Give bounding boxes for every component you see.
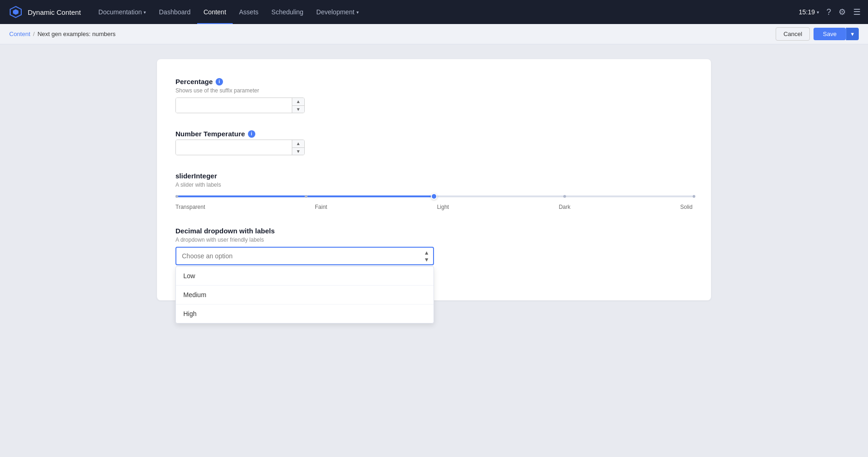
slider-track: [175, 195, 693, 197]
nav-icon-group: ? ⚙ ☰: [826, 7, 861, 17]
settings-icon[interactable]: ⚙: [838, 7, 846, 17]
dropdown-label: Decimal dropdown with labels: [175, 227, 693, 235]
svg-marker-1: [13, 9, 18, 15]
dropdown-option-high[interactable]: High: [176, 305, 434, 323]
breadcrumb: Content / Next gen examples: numbers: [9, 30, 115, 37]
percentage-hint: Shows use of the suffix parameter: [175, 87, 693, 94]
slider-labels: Transparent Faint Light Dark Solid: [175, 204, 693, 210]
percentage-spinner: 88% ▲ ▼: [175, 97, 305, 113]
help-icon[interactable]: ?: [826, 7, 831, 17]
slider-label-solid: Solid: [680, 204, 693, 210]
slider-label: sliderInteger: [175, 172, 693, 180]
percentage-spinner-buttons: ▲ ▼: [292, 98, 304, 113]
nav-chevron-development: ▾: [356, 10, 359, 15]
nav-item-development[interactable]: Development ▾: [310, 0, 365, 24]
time-value: 15:19: [799, 8, 815, 16]
clock-display: 15:19 ▾: [799, 8, 819, 16]
percentage-info-icon[interactable]: i: [216, 78, 223, 85]
breadcrumb-parent[interactable]: Content: [9, 30, 30, 37]
percentage-increment[interactable]: ▲: [292, 98, 304, 106]
nav-label-content: Content: [204, 8, 226, 16]
slider-track-wrapper: [175, 192, 693, 201]
app-logo: [7, 4, 24, 20]
temperature-spinner: -9.2° ▲ ▼: [175, 140, 305, 155]
time-chevron[interactable]: ▾: [817, 10, 819, 15]
temperature-info-icon[interactable]: i: [248, 130, 255, 138]
nav-label-assets: Assets: [239, 8, 259, 16]
slider-dot-25: [305, 195, 307, 198]
slider-container: Transparent Faint Light Dark Solid: [175, 192, 693, 210]
save-dropdown-button[interactable]: ▾: [846, 28, 859, 40]
slider-hint: A slider with labels: [175, 182, 693, 188]
slider-label-light: Light: [437, 204, 449, 210]
dropdown-section: Decimal dropdown with labels A dropdown …: [175, 227, 693, 265]
nav-label-documentation: Documentation: [98, 8, 142, 16]
nav-label-dashboard: Dashboard: [159, 8, 191, 16]
content-card: Percentage i Shows use of the suffix par…: [157, 59, 711, 300]
nav-item-content[interactable]: Content: [197, 0, 233, 24]
temperature-section: Number Temperature i -9.2° ▲ ▼: [175, 130, 693, 155]
slider-dot-75: [563, 195, 566, 198]
nav-chevron-documentation: ▾: [144, 10, 146, 15]
percentage-input[interactable]: 88%: [176, 98, 292, 113]
menu-icon[interactable]: ☰: [853, 7, 861, 17]
percentage-label: Percentage i: [175, 78, 693, 85]
slider-dot-0: [175, 195, 178, 198]
dropdown-menu: Low Medium High: [175, 266, 434, 323]
save-button-group: Save ▾: [814, 28, 859, 40]
slider-label-transparent: Transparent: [175, 204, 205, 210]
dropdown-option-medium[interactable]: Medium: [176, 286, 434, 305]
top-navigation: Dynamic Content Documentation ▾ Dashboar…: [0, 0, 868, 24]
main-content: Percentage i Shows use of the suffix par…: [0, 44, 868, 457]
breadcrumb-bar: Content / Next gen examples: numbers Can…: [0, 24, 868, 44]
temperature-increment[interactable]: ▲: [292, 140, 304, 148]
percentage-decrement[interactable]: ▼: [292, 106, 304, 113]
breadcrumb-actions: Cancel Save ▾: [776, 27, 859, 41]
slider-label-dark: Dark: [559, 204, 570, 210]
temperature-input[interactable]: -9.2°: [176, 140, 292, 155]
dropdown-wrapper: ▲▼ Low Medium High: [175, 247, 434, 265]
slider-dot-100: [693, 195, 695, 198]
nav-label-development: Development: [316, 8, 355, 16]
temperature-spinner-buttons: ▲ ▼: [292, 140, 304, 155]
dropdown-input[interactable]: [175, 247, 434, 265]
slider-section: sliderInteger A slider with labels: [175, 172, 693, 210]
percentage-section: Percentage i Shows use of the suffix par…: [175, 78, 693, 113]
slider-label-faint: Faint: [315, 204, 327, 210]
breadcrumb-current: Next gen examples: numbers: [37, 30, 115, 37]
temperature-decrement[interactable]: ▼: [292, 148, 304, 155]
cancel-button[interactable]: Cancel: [776, 27, 810, 41]
nav-item-assets[interactable]: Assets: [233, 0, 265, 24]
dropdown-option-low[interactable]: Low: [176, 267, 434, 286]
breadcrumb-separator: /: [33, 30, 35, 37]
app-name: Dynamic Content: [28, 8, 81, 16]
temperature-label: Number Temperature i: [175, 130, 693, 138]
nav-item-scheduling[interactable]: Scheduling: [265, 0, 310, 24]
slider-thumb[interactable]: [431, 193, 437, 200]
nav-item-documentation[interactable]: Documentation ▾: [92, 0, 152, 24]
dropdown-hint: A dropdown with user friendly labels: [175, 237, 693, 243]
nav-label-scheduling: Scheduling: [271, 8, 303, 16]
nav-item-dashboard[interactable]: Dashboard: [152, 0, 197, 24]
save-button[interactable]: Save: [814, 28, 846, 40]
